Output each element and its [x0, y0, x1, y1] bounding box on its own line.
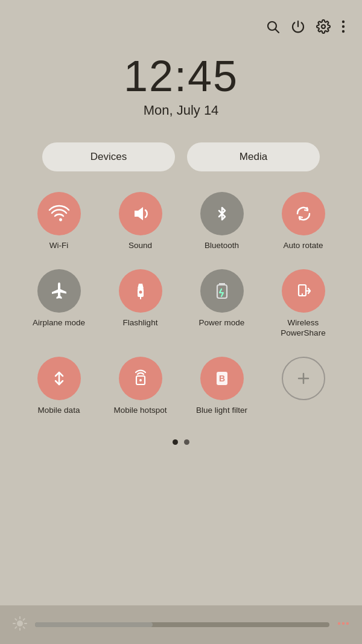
sound-label: Sound — [129, 240, 152, 251]
add-circle — [282, 357, 325, 400]
toggle-bluetooth[interactable]: Bluetooth — [181, 186, 262, 257]
settings-icon[interactable] — [316, 19, 331, 37]
wifi-label: Wi-Fi — [49, 240, 68, 251]
svg-line-28 — [15, 627, 16, 628]
svg-point-20 — [17, 620, 23, 626]
svg-point-2 — [322, 25, 325, 28]
top-bar — [0, 0, 362, 37]
devices-button[interactable]: Devices — [42, 142, 175, 171]
wireless-circle — [282, 269, 325, 313]
toggle-powermode[interactable]: Power mode — [181, 263, 262, 345]
toggle-flashlight[interactable]: Flashlight — [100, 263, 181, 345]
power-icon[interactable] — [291, 19, 305, 37]
brightness-sun-icon — [12, 616, 28, 634]
pagination-dot-2[interactable] — [184, 439, 189, 445]
toggle-wifi[interactable]: Wi-Fi — [18, 186, 100, 257]
flashlight-label: Flashlight — [123, 317, 158, 328]
brightness-more-icon[interactable] — [337, 617, 350, 633]
mobiledata-circle — [37, 357, 81, 400]
svg-point-31 — [346, 622, 349, 624]
brightness-slider[interactable] — [35, 622, 329, 627]
sound-circle — [119, 192, 162, 235]
svg-text:B: B — [218, 374, 224, 383]
svg-point-15 — [139, 379, 142, 381]
search-icon[interactable] — [265, 19, 280, 37]
svg-point-5 — [342, 30, 345, 33]
toggle-airplane[interactable]: Airplane mode — [18, 263, 100, 345]
more-icon[interactable] — [341, 19, 345, 37]
svg-line-25 — [15, 619, 16, 620]
clock-time: 12:45 — [124, 54, 238, 98]
powermode-circle — [200, 269, 244, 313]
flashlight-circle — [119, 269, 162, 313]
toggle-autorotate[interactable]: Auto rotate — [262, 186, 344, 257]
wifi-circle — [37, 192, 81, 235]
autorotate-circle — [282, 192, 325, 235]
svg-point-3 — [342, 21, 345, 23]
brightness-bar — [0, 605, 362, 644]
svg-point-29 — [338, 622, 340, 624]
svg-point-30 — [342, 622, 345, 624]
svg-line-26 — [24, 627, 25, 628]
toggle-bluelight[interactable]: B Blue light filter — [181, 351, 262, 422]
toggle-grid: Wi-Fi Sound Bluetooth A — [0, 186, 362, 421]
toggle-mobiledata[interactable]: Mobile data — [18, 351, 100, 422]
svg-line-27 — [24, 619, 25, 620]
svg-point-8 — [139, 290, 142, 293]
powermode-label: Power mode — [199, 317, 245, 328]
bluetooth-circle — [200, 192, 244, 235]
bluelight-circle: B — [200, 357, 244, 400]
svg-point-4 — [342, 25, 345, 28]
autorotate-label: Auto rotate — [283, 240, 323, 251]
airplane-circle — [37, 269, 81, 313]
hotspot-circle — [119, 357, 162, 400]
toggle-wireless[interactable]: Wireless PowerShare — [262, 263, 344, 345]
wireless-label: Wireless PowerShare — [265, 317, 341, 339]
hotspot-label: Mobile hotspot — [114, 405, 167, 416]
toggle-sound[interactable]: Sound — [100, 186, 181, 257]
airplane-label: Airplane mode — [33, 317, 85, 328]
toggle-add[interactable] — [262, 351, 344, 422]
bluetooth-label: Bluetooth — [205, 240, 239, 251]
pagination-dot-1[interactable] — [173, 439, 178, 445]
mobiledata-label: Mobile data — [38, 405, 80, 416]
media-button[interactable]: Media — [187, 142, 320, 171]
pagination — [0, 439, 362, 445]
bluelight-label: Blue light filter — [196, 405, 247, 416]
clock-section: 12:45 Mon, July 14 — [0, 54, 362, 118]
device-media-row: Devices Media — [0, 142, 362, 171]
svg-marker-6 — [135, 207, 143, 220]
clock-date: Mon, July 14 — [144, 103, 219, 118]
svg-line-1 — [276, 30, 279, 33]
toggle-hotspot[interactable]: Mobile hotspot — [100, 351, 181, 422]
